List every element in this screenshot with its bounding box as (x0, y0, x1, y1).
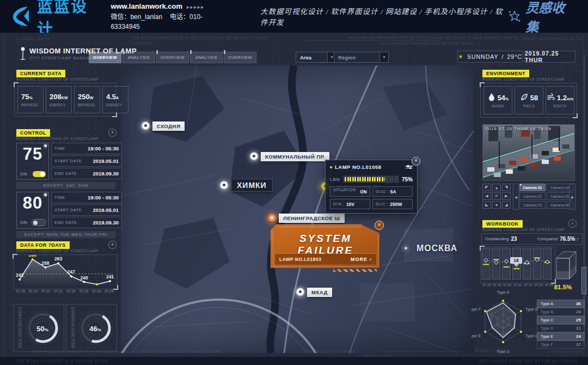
chevron-down-icon[interactable]: ▼ (379, 52, 388, 62)
add-icon[interactable]: + (108, 129, 117, 137)
arrow-left-icon[interactable]: ◀ (482, 192, 491, 200)
map-marker-коммунальный-пр-[interactable]: КОММУНАЛЬНЫЙ ПР. (249, 152, 329, 161)
map-label: КОММУНАЛЬНЫЙ ПР. (261, 152, 329, 161)
chevron-right-icon[interactable]: › (568, 220, 577, 228)
camera-button-camera-04[interactable]: Camera 04 (547, 184, 573, 191)
sliders-icon[interactable] (406, 166, 413, 168)
popup-close-icon[interactable]: ✕ (412, 157, 420, 166)
tab-overview[interactable]: OVERVIEW (89, 52, 121, 63)
power-toggle[interactable] (32, 219, 46, 226)
alert-lamp-id: LAMP NO.L01803 (279, 257, 321, 262)
add-icon[interactable]: + (108, 241, 117, 249)
more-button[interactable]: MORE› (351, 257, 372, 262)
arrow-up-icon[interactable]: ▲ (492, 184, 501, 191)
weather-widget: ☀ SUNNDAY/29°C (457, 51, 523, 63)
svg-text:Type B: Type B (525, 307, 538, 312)
comparison-label: COMPARISON FOR (67, 307, 75, 349)
field-label: DLIY : (376, 202, 388, 206)
decor-text: ▪ TRAVEL BOTH (549, 37, 582, 41)
type-row[interactable]: Type C25 (537, 316, 585, 324)
stat-unit: % (29, 96, 32, 100)
env-card: 58PM2.5 (514, 86, 543, 114)
hazard-stripes (333, 269, 377, 272)
schedule-row: START DATE2019.05.01 (51, 204, 122, 216)
type-row[interactable]: Type F37 (537, 340, 585, 349)
weather-temp: 29°C (507, 53, 522, 60)
stat-card: 250WBRINESS (74, 86, 100, 113)
compared-value: 76.5% (560, 236, 575, 242)
tab-overview[interactable]: OVERVIEW (156, 52, 189, 63)
caret-left-icon[interactable]: ◀ (513, 184, 519, 210)
camera-button-camera-01[interactable]: Camera 01 (519, 184, 546, 191)
tab-analysis[interactable]: ANALYSIS (190, 52, 223, 63)
streetlamp-icon (19, 47, 27, 61)
comparison-value: 50% (21, 325, 64, 333)
lbn-label: LBN (330, 177, 340, 182)
caret-right-icon[interactable]: ▶ (569, 184, 575, 210)
map-marker-ленинградское-ш[interactable]: ЛЕНИНГРАДСКОЕ Ш (267, 214, 345, 223)
nav-tabs: OVERVIEWANALYSISOVERVIEWANALYSISOVERVIEW (89, 52, 256, 63)
arrow-up-left-icon[interactable]: ◤ (482, 184, 491, 191)
popup-field: SITUATION :ON (330, 186, 370, 197)
map-marker-москва[interactable]: МОСКВА (401, 242, 461, 254)
region-select[interactable]: Region▼ (334, 52, 389, 63)
status-dot (330, 166, 332, 168)
camera-button-camera-05[interactable]: Camera 05 (547, 192, 573, 200)
camera-feed[interactable] (482, 124, 575, 181)
type-row[interactable]: Type A36 (537, 300, 585, 308)
cube-gauge (553, 247, 577, 281)
map-pin-icon (296, 288, 305, 297)
decor-text: TWO ROADS DIVERGED (305, 350, 356, 354)
arrow-down-icon[interactable]: ▼ (492, 201, 501, 209)
row-label: TIME (54, 195, 65, 200)
type-value: 37 (576, 342, 581, 347)
scrollbar-thumb[interactable] (581, 267, 586, 294)
camera-button-camera-03[interactable]: Camera 03 (519, 201, 546, 209)
schedule-row: TIME19:00 - 05:30 (51, 192, 122, 203)
power-toggle[interactable] (33, 171, 46, 177)
type-value: 36 (576, 301, 581, 306)
svg-text:241: 241 (106, 274, 114, 279)
decor-text: AND HAVING PERHAPS THE BETTER CLAIM, BEC… (348, 36, 518, 40)
type-row[interactable]: Type D31 (537, 324, 585, 332)
website-url[interactable]: www.lanlanwork.com (111, 2, 182, 10)
svg-text:258: 258 (41, 260, 49, 266)
chevron-right-icon: › (370, 257, 372, 262)
type-row[interactable]: Type B28 (537, 308, 585, 316)
arrow-down-left-icon[interactable]: ◣ (482, 201, 491, 209)
week-chart-title: DATA FOR 7DAYS (16, 241, 70, 249)
refresh-icon[interactable]: ⟳ (492, 192, 501, 200)
map-marker-сходня[interactable]: СХОДНЯ (141, 121, 185, 131)
map-pin-icon (141, 121, 150, 131)
x-tick-label: 07.19 (27, 289, 39, 293)
collect-text: 灵感收集 (525, 0, 574, 35)
brightness-value: 80 (17, 192, 48, 214)
svg-text:247: 247 (68, 269, 75, 275)
type-value: 25 (576, 318, 581, 323)
footer-right-text: AND LOOKED DOWN ONE AS FAR AS I COULD (479, 359, 578, 363)
decor-text: THE ROAD DIVERGED IN A YELLOW WOOD, WE S… (131, 36, 268, 40)
camera-button-camera-02[interactable]: Camera 02 (519, 192, 546, 200)
camera-button-camera-06[interactable]: Camera 06 (547, 201, 573, 209)
alert-close-icon[interactable]: ✕ (375, 221, 384, 230)
x-tick-label: 07.18 (14, 289, 27, 293)
city-map[interactable]: СХОДНЯКОММУНАЛЬНЫЙ ПР.ХИМКИЗАВОДСКАЯ УЛЛ… (121, 65, 474, 353)
tab-overview[interactable]: OVERVIEW (224, 52, 256, 63)
arrow-right-icon[interactable]: ▶ (502, 192, 511, 200)
tab-analysis[interactable]: ANALYSIS (122, 52, 155, 63)
radar-chart: Type AType BType CType DType EType F (471, 289, 538, 353)
env-card: 54%HUMID (483, 86, 512, 114)
brightness-box: 80ON (16, 192, 49, 229)
week-line-chart: 243268258263247240237241 (14, 255, 115, 288)
map-marker-химки[interactable]: ХИМКИ (219, 179, 273, 192)
type-row[interactable]: Type E24 (537, 332, 585, 340)
svg-text:237: 237 (93, 287, 101, 288)
row-label: END DATE (54, 171, 77, 176)
gauge-value: 81.5% (551, 284, 575, 290)
area-select[interactable]: Area▼ (296, 52, 336, 63)
stat-card: 4.5AENERGY (102, 86, 128, 113)
arrow-down-right-icon[interactable]: ◢ (502, 201, 511, 209)
arrow-up-right-icon[interactable]: ◥ (502, 184, 511, 191)
workbook-stats: Outstanding: 23 Compared: 76.5% ↑ (481, 233, 583, 245)
map-marker-мкад[interactable]: МКАД (296, 288, 332, 297)
